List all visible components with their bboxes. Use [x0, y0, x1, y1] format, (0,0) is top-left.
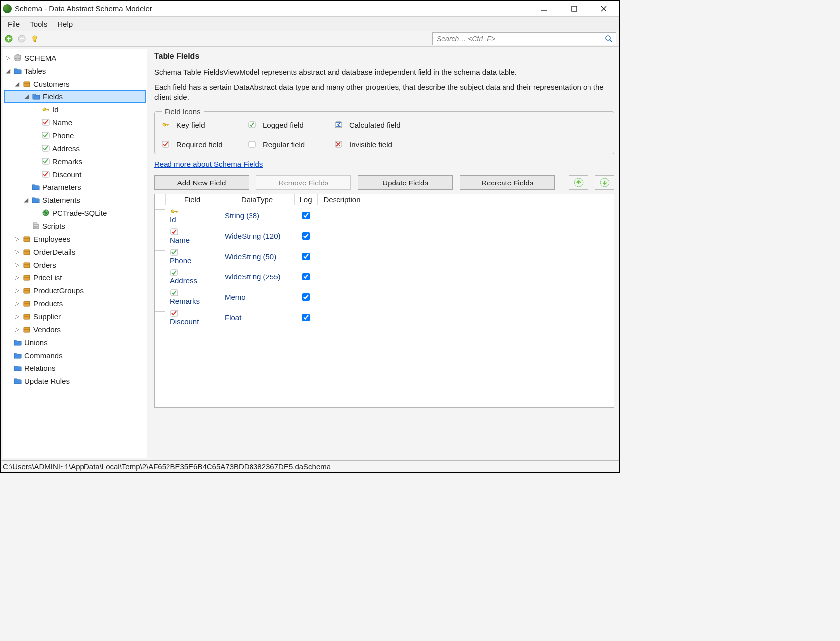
tree-label[interactable]: Remarks — [52, 157, 82, 166]
tree-label[interactable]: OrderDetails — [33, 248, 75, 256]
table-row[interactable]: IdString (38) — [155, 205, 367, 226]
grid-row-handle[interactable] — [155, 307, 165, 312]
menu-tools[interactable]: Tools — [25, 19, 52, 29]
recreate-fields-button[interactable]: Recreate Fields — [460, 175, 555, 190]
expand-toggle[interactable]: ◢ — [23, 93, 30, 100]
tree-label[interactable]: Commands — [24, 351, 63, 360]
description-text: Each field has a sertain DataAbstract da… — [154, 82, 614, 102]
navigation-tree[interactable]: ▷SCHEMA ◢Tables ◢Customers ◢Fields Id Na… — [3, 49, 147, 458]
move-up-button[interactable] — [569, 175, 588, 190]
tree-label[interactable]: Tables — [24, 67, 46, 75]
tree-label[interactable]: Relations — [24, 364, 56, 372]
grid-row-handle[interactable] — [155, 205, 165, 210]
logged-field-icon — [41, 144, 50, 152]
expand-toggle[interactable]: ▷ — [13, 313, 20, 320]
expand-toggle[interactable]: ▷ — [13, 248, 20, 255]
tree-label[interactable]: Vendors — [33, 325, 61, 334]
tree-label[interactable]: SCHEMA — [24, 54, 56, 62]
tree-label[interactable]: Scripts — [42, 222, 65, 230]
search-box[interactable] — [432, 32, 616, 45]
tree-label[interactable]: PriceList — [33, 274, 62, 282]
calculated-field-icon — [335, 121, 343, 129]
tree-label[interactable]: Id — [52, 105, 59, 114]
icon-label: Logged field — [263, 121, 304, 129]
grid-cell-log-checkbox[interactable] — [302, 253, 310, 260]
table-row[interactable]: RemarksMemo — [155, 287, 367, 307]
table-row[interactable]: NameWideString (120) — [155, 226, 367, 246]
grid-row-handle-header — [155, 194, 165, 205]
tree-label[interactable]: PCTrade-SQLite — [52, 209, 107, 217]
tree-label[interactable]: Products — [33, 299, 63, 308]
search-input[interactable] — [436, 34, 605, 43]
grid-header-field[interactable]: Field — [165, 194, 220, 205]
tree-label[interactable]: Employees — [33, 235, 70, 243]
table-icon — [22, 235, 31, 243]
required-field-icon — [41, 170, 50, 178]
toolbar-hint-button[interactable] — [30, 34, 40, 44]
add-new-field-button[interactable]: Add New Field — [154, 175, 249, 190]
expand-toggle[interactable]: ▷ — [13, 300, 20, 307]
fields-grid[interactable]: Field DataType Log Description IdString … — [154, 194, 614, 408]
tree-label[interactable]: Orders — [33, 261, 56, 269]
maximize-button[interactable] — [564, 2, 585, 16]
tree-label[interactable]: Supplier — [33, 312, 61, 321]
tree-label[interactable]: Address — [52, 144, 80, 153]
tree-label[interactable]: Name — [52, 118, 72, 127]
grid-cell-datatype: WideString (120) — [225, 232, 281, 240]
menu-bar: File Tools Help — [1, 17, 619, 31]
minimize-button[interactable] — [534, 2, 555, 16]
table-row[interactable]: AddressWideString (255) — [155, 267, 367, 287]
expand-toggle[interactable]: ▷ — [13, 287, 20, 294]
tree-label[interactable]: Statements — [42, 196, 80, 204]
tree-label[interactable]: Fields — [43, 92, 63, 101]
toolbar-remove-button[interactable] — [17, 34, 27, 44]
table-row[interactable]: PhoneWideString (50) — [155, 246, 367, 267]
grid-cell-log-checkbox[interactable] — [302, 293, 310, 301]
grid-cell-log-checkbox[interactable] — [302, 232, 310, 240]
expand-toggle[interactable]: ▷ — [13, 274, 20, 281]
grid-row-handle[interactable] — [155, 226, 165, 230]
grid-cell-log-checkbox[interactable] — [302, 273, 310, 280]
move-down-button[interactable] — [595, 175, 614, 190]
expand-toggle[interactable]: ◢ — [13, 80, 20, 87]
grid-header-description[interactable]: Description — [317, 194, 367, 205]
tree-label[interactable]: Parameters — [42, 183, 81, 191]
grid-cell-log-checkbox[interactable] — [302, 314, 310, 321]
tree-label[interactable]: Update Rules — [24, 377, 70, 385]
icon-label: Calculated field — [349, 121, 401, 129]
tree-label[interactable]: Customers — [33, 80, 70, 88]
tree-label[interactable]: Discount — [52, 170, 81, 179]
tree-label[interactable]: Unions — [24, 338, 48, 347]
window-title: Schema - Data Abstract Schema Modeler — [15, 4, 534, 13]
expand-toggle[interactable]: ▷ — [13, 261, 20, 268]
table-row[interactable]: DiscountFloat — [155, 307, 367, 328]
toolbar-add-button[interactable] — [4, 34, 14, 44]
grid-header-datatype[interactable]: DataType — [220, 194, 294, 205]
expand-toggle[interactable]: ◢ — [4, 67, 11, 74]
menu-help[interactable]: Help — [52, 19, 78, 29]
update-fields-button[interactable]: Update Fields — [358, 175, 453, 190]
grid-row-handle[interactable] — [155, 246, 165, 251]
field-type-icon — [170, 309, 179, 317]
grid-cell-log-checkbox[interactable] — [302, 212, 310, 219]
grid-cell-field: Phone — [170, 256, 191, 265]
expand-toggle[interactable]: ▷ — [13, 326, 20, 333]
menu-file[interactable]: File — [3, 19, 25, 29]
folder-icon — [31, 183, 40, 191]
grid-header-log[interactable]: Log — [294, 194, 317, 205]
table-icon — [22, 325, 31, 333]
expand-toggle[interactable]: ▷ — [13, 235, 20, 242]
expand-toggle[interactable]: ▷ — [4, 54, 11, 61]
table-icon — [22, 312, 31, 320]
readmore-link[interactable]: Read more about Schema Fields — [154, 160, 263, 168]
grid-row-handle[interactable] — [155, 267, 165, 271]
field-type-icon — [170, 228, 179, 236]
expand-toggle[interactable]: ◢ — [22, 196, 29, 203]
remove-fields-button[interactable]: Remove Fields — [256, 175, 351, 190]
grid-row-handle[interactable] — [155, 287, 165, 291]
tree-label[interactable]: Phone — [52, 131, 74, 140]
icon-label: Required field — [176, 140, 223, 149]
close-button[interactable] — [593, 2, 614, 16]
logged-field-icon — [41, 131, 50, 139]
tree-label[interactable]: ProductGroups — [33, 286, 84, 295]
